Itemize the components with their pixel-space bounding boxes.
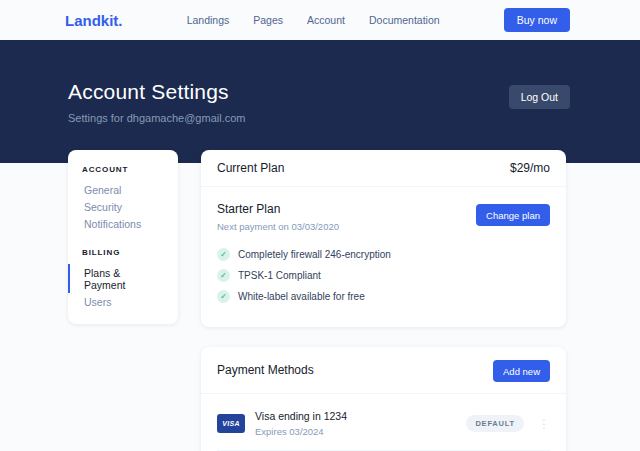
logout-button[interactable]: Log Out: [509, 85, 570, 109]
main-nav: Landings Pages Account Documentation: [187, 14, 440, 26]
page-subtitle: Settings for dhgamache@gmail.com: [68, 112, 245, 124]
plan-name: Starter Plan: [217, 202, 339, 216]
add-new-button[interactable]: Add new: [493, 360, 550, 382]
nav-item-pages[interactable]: Pages: [253, 14, 283, 26]
sidebar-item-notifications[interactable]: Notifications: [68, 215, 178, 232]
feature-item: White-label available for free: [217, 290, 550, 302]
feature-item: TPSK-1 Compliant: [217, 269, 550, 281]
visa-card-icon: VISA: [217, 414, 245, 433]
change-plan-button[interactable]: Change plan: [476, 204, 550, 226]
current-plan-header: Current Plan $29/mo: [201, 150, 566, 186]
nav-item-landings[interactable]: Landings: [187, 14, 230, 26]
settings-sidebar: ACCOUNT General Security Notifications B…: [68, 150, 178, 324]
sidebar-item-users[interactable]: Users: [68, 293, 178, 310]
sidebar-item-security[interactable]: Security: [68, 198, 178, 215]
buy-now-button[interactable]: Buy now: [504, 8, 570, 32]
sidebar-heading-account: ACCOUNT: [68, 165, 178, 174]
payment-method-info: Visa ending in 1234 Expires 03/2024: [255, 410, 466, 437]
check-icon: [217, 290, 230, 303]
payment-methods-card: Payment Methods Add new VISA Visa ending…: [201, 347, 566, 451]
page: Landkit. Landings Pages Account Document…: [0, 0, 640, 451]
settings-main-column: Current Plan $29/mo Starter Plan Next pa…: [201, 150, 566, 451]
hero-text: Account Settings Settings for dhgamache@…: [68, 80, 245, 124]
sidebar-heading-billing: BILLING: [68, 248, 178, 257]
payment-method-actions: DEFAULT: [466, 415, 550, 432]
default-badge: DEFAULT: [466, 415, 524, 432]
feature-label: Completely firewall 246-encryption: [238, 249, 391, 260]
sidebar-item-plans-payment[interactable]: Plans & Payment: [68, 264, 178, 293]
check-icon: [217, 269, 230, 282]
plan-next-payment: Next payment on 03/03/2020: [217, 221, 339, 232]
payment-methods-header: Payment Methods Add new: [201, 347, 566, 393]
payment-method-expiry: Expires 03/2024: [255, 426, 466, 437]
hero-header: Account Settings Settings for dhgamache@…: [0, 40, 640, 163]
check-icon: [217, 248, 230, 261]
more-options-icon[interactable]: [538, 418, 550, 430]
current-plan-body: Starter Plan Next payment on 03/03/2020 …: [201, 187, 566, 327]
feature-item: Completely firewall 246-encryption: [217, 248, 550, 260]
payment-method-row-visa: VISA Visa ending in 1234 Expires 03/2024…: [217, 410, 550, 437]
nav-item-account[interactable]: Account: [307, 14, 345, 26]
nav-item-documentation[interactable]: Documentation: [369, 14, 440, 26]
brand-logo[interactable]: Landkit.: [65, 12, 123, 29]
plan-features-list: Completely firewall 246-encryption TPSK-…: [217, 248, 550, 302]
payment-methods-title: Payment Methods: [217, 363, 314, 377]
payment-methods-body: VISA Visa ending in 1234 Expires 03/2024…: [201, 394, 566, 451]
current-plan-price: $29/mo: [510, 161, 550, 175]
plan-summary-text: Starter Plan Next payment on 03/03/2020: [217, 202, 339, 232]
current-plan-card: Current Plan $29/mo Starter Plan Next pa…: [201, 150, 566, 327]
feature-label: White-label available for free: [238, 291, 365, 302]
feature-label: TPSK-1 Compliant: [238, 270, 321, 281]
sidebar-item-general[interactable]: General: [68, 181, 178, 198]
plan-summary-row: Starter Plan Next payment on 03/03/2020 …: [217, 202, 550, 232]
top-navbar: Landkit. Landings Pages Account Document…: [0, 0, 640, 40]
current-plan-title: Current Plan: [217, 161, 284, 175]
main-content: ACCOUNT General Security Notifications B…: [0, 150, 640, 451]
page-title: Account Settings: [68, 80, 245, 104]
payment-method-title: Visa ending in 1234: [255, 410, 466, 422]
